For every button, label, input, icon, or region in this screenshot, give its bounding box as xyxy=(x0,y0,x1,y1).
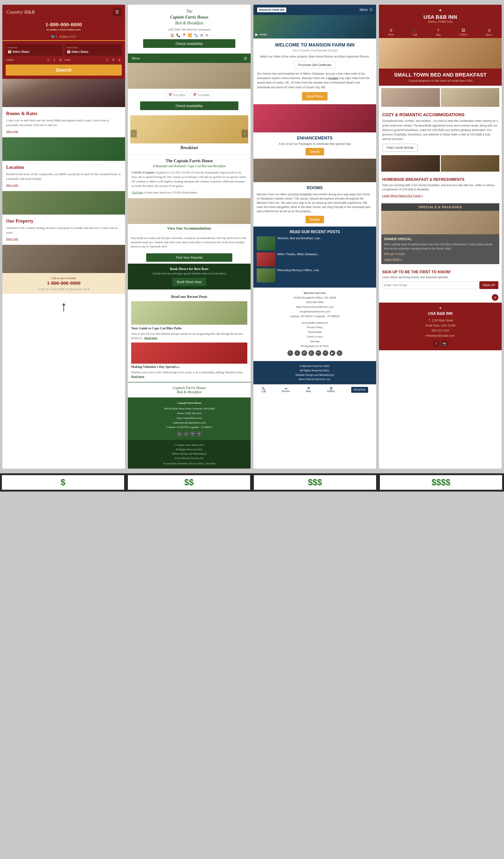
col1-phone-number: 1-800-000-0000 xyxy=(4,21,123,28)
col1-footer-phone: 1-800-000-0000 xyxy=(6,280,122,286)
col1-adults-item: Adults − 1 + xyxy=(6,58,63,62)
col1-kids-plus[interactable]: + xyxy=(117,58,122,62)
col4-find-room-button[interactable]: FIND YOUR ROOM xyxy=(382,144,418,152)
col1-bed-image xyxy=(2,245,125,273)
col4-nav-menu[interactable]: ☰ Menu xyxy=(486,28,492,36)
book-icon: 🗓 xyxy=(388,28,394,33)
col2-footer-phone: Phone: (508) 760-2818 xyxy=(131,411,247,416)
col3-twitter-icon: t xyxy=(294,350,300,356)
col4-facebook-button[interactable]: f xyxy=(433,341,440,347)
col3-post3-row: Relocating Moving to Milton, Lew... xyxy=(257,268,373,283)
col1-search-button[interactable]: Search xyxy=(6,64,122,76)
map-pin-icon: 📍 xyxy=(182,33,186,37)
col4-email-input[interactable] xyxy=(382,281,478,289)
col4-nav-call[interactable]: 📞 Call xyxy=(412,28,417,36)
col4-signup-title: SIGN UP TO BE THE FIRST TO KNOW! xyxy=(382,270,498,274)
col1-property-text: Thatched roofs, country styling, hectare… xyxy=(6,226,121,235)
col1-adults-plus[interactable]: + xyxy=(58,58,63,62)
col2-carousel-prev[interactable]: ‹ xyxy=(131,130,137,138)
col1-checkout-box[interactable]: Check-Out 📅 Select Dates xyxy=(65,44,122,56)
col2-check-availability-button[interactable]: Check Availability xyxy=(143,39,235,48)
col1-checkin-box[interactable]: Check-In 📅 Select Dates xyxy=(6,44,63,56)
col3-nav-call[interactable]: 📞 Call xyxy=(261,387,266,393)
col3-header-icons: MENU ☰ xyxy=(360,8,372,12)
col2-phone: Call (508) 760-2818 for Assistance xyxy=(132,28,247,31)
col1-kids-item: Kids − 0 + xyxy=(65,58,122,62)
col1-kids-minus[interactable]: − xyxy=(105,58,110,62)
col1-location-more-link[interactable]: More Info xyxy=(6,183,18,187)
col2-post1-read-more[interactable]: Read more xyxy=(144,336,157,340)
col1-adults-minus[interactable]: − xyxy=(46,58,51,62)
col2-carousel-next[interactable]: › xyxy=(242,130,248,138)
col1-menu-button[interactable]: ☰ xyxy=(113,8,121,16)
col1-rooms-title: Rooms & Rates xyxy=(6,111,121,116)
col3-welcome-sub: Your Coastal Countryside Escape xyxy=(257,49,372,52)
col3-footer-lat: Latitude: 38.794267 Longitude: -75.28962… xyxy=(257,314,373,319)
col3-flowers-image xyxy=(254,104,376,132)
col2-footer-website: https://captainfarris.com xyxy=(131,416,247,420)
col3-read-more-button[interactable]: Read More xyxy=(302,92,327,101)
col3-details-button-2[interactable]: Details xyxy=(305,216,324,223)
col4-nav-book[interactable]: 🗓 Book xyxy=(388,28,394,36)
col4-dinner-learn-link[interactable]: Learn More > xyxy=(384,258,402,261)
col4-nav-map[interactable]: 📍 Map xyxy=(436,28,441,36)
menu-icon: ☰ xyxy=(486,28,492,33)
col1-footer-copy: © 2023 by Country B&B. Proudly created w… xyxy=(6,288,122,290)
price-tier-1: $ xyxy=(2,475,124,490)
col4-nav-gallery[interactable]: 🖼 Gallery xyxy=(459,28,468,36)
col2-checkout-input[interactable]: 📅 3/13/2021 xyxy=(190,92,213,99)
col2-post1-image xyxy=(131,301,247,325)
col1-footer-cta: Call us now to book: xyxy=(6,276,122,280)
col1-kids-count: 0 xyxy=(111,58,116,62)
price-tiers: $ $$ $$$ $$$$ xyxy=(0,473,504,492)
col2-recent-posts: Read our Recent Posts Your Guide to Cape… xyxy=(128,291,250,382)
col1-adults-count: 1 xyxy=(52,58,57,62)
col4-small-town-section: SMALL TOWN BED AND BREAKFAST Casual eleg… xyxy=(379,69,502,86)
calendar-icon-4: 📅 xyxy=(193,93,197,97)
col3-post1-text: Wineries, Bed and Breakfast, Lew... xyxy=(277,237,373,240)
col3-gift-certificate-button[interactable]: Purchase Gift Certificate xyxy=(294,61,335,69)
col2-date-row: 📅 3/11/2021 📅 3/13/2021 xyxy=(128,89,250,102)
col2-footer-logo: Captain Farris House Bed & Breakfast xyxy=(128,382,250,397)
col3-recent-posts-title: READ OUR RECENT POSTS xyxy=(257,230,373,234)
col1-checkin-label: Check-In xyxy=(7,46,61,49)
col1-guests-row: Adults − 1 + Kids − 0 + xyxy=(6,58,122,62)
col4-scroll-to-top-button[interactable]: ∧ xyxy=(492,294,498,301)
col3-reserve-button[interactable]: RESERVE xyxy=(351,387,368,393)
col4-signup-button[interactable]: SIGN UP xyxy=(479,281,498,289)
col3-header: MANSION FARM INN MENU ☰ xyxy=(254,5,376,15)
col4-header-icon: ✦ xyxy=(383,7,498,13)
col4-room-image-2 xyxy=(441,88,500,107)
col3-details-button-1[interactable]: Details xyxy=(305,148,324,155)
col2-find-favorite-button[interactable]: Find Your Favorite xyxy=(146,253,232,262)
col3-nav-map[interactable]: 🗺 Map xyxy=(306,387,311,393)
col1-arrow-up: ↑ xyxy=(2,294,125,319)
col4-instagram-button[interactable]: 📷 xyxy=(441,341,448,347)
main-container: Country B&B ☰ 1-800-000-0000 to make a r… xyxy=(0,0,504,492)
col1-property-more-link[interactable]: More Info xyxy=(6,237,18,241)
col2-book-direct-button[interactable]: Book Direct Now xyxy=(172,278,206,286)
col2-check-availability-button-2[interactable]: Check Availability xyxy=(140,102,238,110)
col2-post2-read-more[interactable]: Read more xyxy=(131,375,144,378)
col4-specials-box: SPECIALS & PACKAGES DINNER SPECIAL Well,… xyxy=(381,203,499,264)
col2-footer-addr: 308 Old Main Street South Yarmouth, MA 0… xyxy=(131,406,247,411)
col1-booking-panel: Check-In 📅 Select Dates Check-Out 📅 Sele… xyxy=(2,41,125,79)
col3-social-icons: f t P G 📷 Y ▶ V xyxy=(257,350,373,356)
col2-checkin-input[interactable]: 📅 3/11/2021 xyxy=(166,92,188,99)
col3-vimeo-icon-2: V xyxy=(337,350,342,356)
col3-nav-rooms[interactable]: 🛏 Rooms xyxy=(282,387,290,393)
col2-footer-lat: Latitude: 41.665708 Longitude: -70.18807… xyxy=(131,425,247,430)
col4-specials-content: DINNER SPECIAL Well, nobody does breakfa… xyxy=(381,234,499,264)
col2-about-title: The Captain Farris House xyxy=(132,159,247,163)
col3-play-icon[interactable]: ▶ xyxy=(255,32,258,36)
col4-cozy-text: Exceptional food, comfort, and location … xyxy=(382,119,498,141)
col4-header-sub: SMALL TOWN USA xyxy=(383,20,498,24)
col4-dinner-price: $45 per Couple xyxy=(384,252,497,256)
col3-post3-thumbnail xyxy=(257,268,275,283)
pet-icon: 🐾 xyxy=(194,33,198,37)
col1-rooms-more-link[interactable]: More Info xyxy=(6,130,18,133)
col4-learn-more-food-link[interactable]: Learn More About Our Food > xyxy=(382,194,423,197)
col3-nav-gallery[interactable]: 🖼 Gallery xyxy=(327,387,335,393)
col2-covid-link[interactable]: Click here xyxy=(132,191,143,194)
col3-post1-info: Wineries, Bed and Breakfast, Lew... xyxy=(277,237,373,251)
